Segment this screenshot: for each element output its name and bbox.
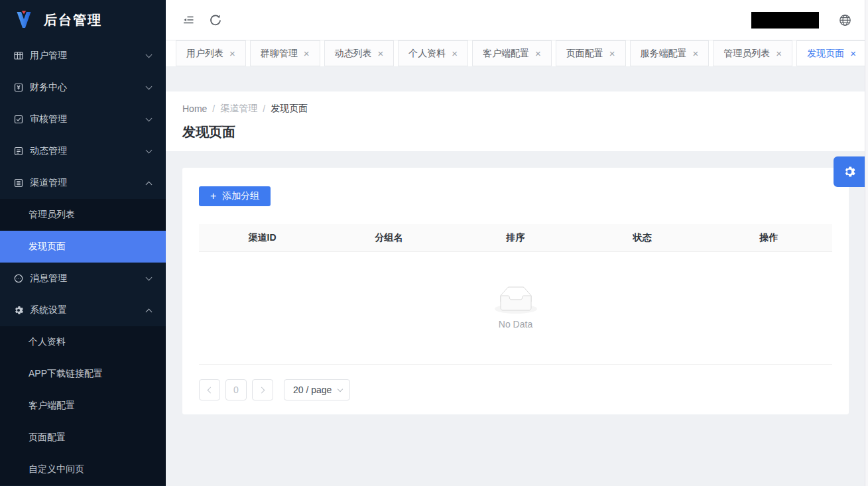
breadcrumb-channel-management[interactable]: 渠道管理 [220, 103, 257, 115]
sidebar-item-client-config[interactable]: 客户端配置 [0, 390, 166, 422]
tab-user-list[interactable]: 用户列表 × [176, 40, 246, 66]
message-bubble-icon [13, 273, 24, 284]
check-square-icon [13, 114, 24, 125]
page-size-value: 20 / page [293, 385, 332, 395]
sidebar-item-label: 消息管理 [30, 273, 67, 284]
sidebar-item-label: 用户管理 [30, 50, 67, 62]
close-icon[interactable]: × [609, 48, 615, 58]
main-area: 用户列表 × 群聊管理 × 动态列表 × 个人资料 × 客户端配置 × 页面配置… [166, 0, 868, 486]
breadcrumb-home[interactable]: Home [182, 103, 207, 114]
chevron-down-icon [146, 115, 153, 121]
refresh-icon[interactable] [208, 13, 223, 27]
page-title: 发现页面 [182, 123, 851, 141]
column-sort: 排序 [452, 232, 579, 244]
close-icon[interactable]: × [693, 48, 699, 58]
gear-icon [13, 305, 24, 316]
content-area: Home / 渠道管理 / 发现页面 发现页面 + 添加分组 渠道ID 分组名 [166, 66, 868, 486]
tab-profile[interactable]: 个人资料 × [398, 40, 468, 66]
tab-label: 服务端配置 [641, 48, 687, 60]
chevron-down-icon [146, 147, 153, 153]
chevron-up-icon [146, 181, 153, 188]
sidebar-item-label: 客户端配置 [29, 400, 75, 412]
sidebar-item-label: 动态管理 [30, 145, 67, 157]
close-icon[interactable]: × [304, 48, 310, 58]
sidebar: 后台管理 用户管理 财务中心 审核管理 [0, 0, 166, 486]
sidebar-item-page-config[interactable]: 页面配置 [0, 422, 166, 454]
page-header: Home / 渠道管理 / 发现页面 发现页面 [166, 91, 868, 151]
breadcrumb-separator: / [263, 103, 265, 114]
empty-box-icon [495, 286, 537, 314]
user-account-redacted[interactable] [751, 12, 819, 29]
topbar [166, 0, 868, 40]
breadcrumb-separator: / [212, 103, 215, 114]
sidebar-item-system-settings[interactable]: 系统设置 [0, 294, 166, 326]
breadcrumb: Home / 渠道管理 / 发现页面 [182, 103, 851, 115]
sidebar-item-label: 页面配置 [29, 432, 66, 444]
sidebar-item-audit-management[interactable]: 审核管理 [0, 103, 166, 135]
chevron-right-icon [259, 387, 265, 393]
close-icon[interactable]: × [776, 48, 782, 58]
tab-label: 个人资料 [408, 48, 446, 60]
settings-submenu: 个人资料 APP下载链接配置 客户端配置 页面配置 自定义中间页 [0, 326, 166, 485]
tab-group-chat[interactable]: 群聊管理 × [250, 40, 320, 66]
tab-label: 管理员列表 [723, 48, 770, 60]
add-group-button[interactable]: + 添加分组 [199, 186, 271, 206]
tab-page-config[interactable]: 页面配置 × [556, 40, 626, 66]
finance-icon [13, 82, 24, 93]
tab-dynamic-list[interactable]: 动态列表 × [324, 40, 395, 66]
tab-label: 动态列表 [335, 48, 372, 60]
chevron-up-icon [146, 308, 153, 315]
sidebar-item-label: 发现页面 [29, 241, 66, 253]
tab-admin-list[interactable]: 管理员列表 × [713, 40, 792, 66]
sidebar-item-finance-center[interactable]: 财务中心 [0, 72, 166, 103]
app-title: 后台管理 [44, 11, 102, 29]
column-actions: 操作 [706, 232, 832, 244]
pagination: 0 20 / page [199, 379, 832, 400]
collapse-sidebar-icon[interactable] [181, 13, 196, 27]
close-icon[interactable]: × [229, 48, 235, 58]
sidebar-item-discover-page[interactable]: 发现页面 [0, 231, 166, 263]
page-size-select[interactable]: 20 / page [284, 379, 350, 400]
close-icon[interactable]: × [535, 48, 541, 58]
sidebar-item-label: 个人资料 [29, 336, 66, 348]
empty-state-text: No Data [499, 319, 532, 330]
channel-list-icon [13, 178, 24, 188]
chevron-down-icon [146, 274, 153, 280]
column-status: 状态 [579, 232, 706, 244]
sidebar-item-channel-management[interactable]: 渠道管理 [0, 167, 166, 199]
sidebar-item-profile[interactable]: 个人资料 [0, 326, 166, 358]
next-page-button[interactable] [252, 379, 273, 400]
admin-screen: 后台管理 用户管理 财务中心 审核管理 [0, 0, 868, 486]
add-group-label: 添加分组 [222, 190, 259, 202]
close-icon[interactable]: × [378, 48, 384, 58]
tab-server-config[interactable]: 服务端配置 × [630, 40, 710, 66]
vertical-scrollbar[interactable] [865, 0, 868, 486]
close-icon[interactable]: × [850, 48, 856, 58]
current-page-button[interactable]: 0 [225, 379, 247, 400]
current-page-number: 0 [233, 385, 239, 395]
sidebar-item-custom-middle-page[interactable]: 自定义中间页 [0, 454, 166, 485]
sidebar-item-label: 系统设置 [30, 304, 67, 316]
sidebar-item-label: 管理员列表 [29, 209, 75, 221]
app-logo-icon [15, 10, 32, 30]
tab-bar: 用户列表 × 群聊管理 × 动态列表 × 个人资料 × 客户端配置 × 页面配置… [166, 40, 868, 66]
sidebar-item-admin-list[interactable]: 管理员列表 [0, 199, 166, 231]
globe-language-icon[interactable] [837, 13, 852, 27]
column-channel-id: 渠道ID [199, 232, 326, 244]
channel-submenu: 管理员列表 发现页面 [0, 199, 166, 263]
breadcrumb-current: 发现页面 [271, 103, 308, 115]
close-icon[interactable]: × [452, 48, 458, 58]
chevron-down-icon [146, 51, 153, 58]
sidebar-item-user-management[interactable]: 用户管理 [0, 40, 166, 72]
chevron-left-icon [208, 387, 214, 393]
tab-client-config[interactable]: 客户端配置 × [472, 40, 552, 66]
sidebar-item-app-download-config[interactable]: APP下载链接配置 [0, 358, 166, 390]
plus-icon: + [210, 191, 216, 202]
sidebar-item-dynamic-management[interactable]: 动态管理 [0, 135, 166, 167]
previous-page-button[interactable] [199, 379, 220, 400]
empty-state: No Data [199, 252, 832, 365]
theme-settings-button[interactable] [834, 156, 865, 187]
tab-discover-page[interactable]: 发现页面 × [796, 40, 867, 66]
sidebar-item-message-management[interactable]: 消息管理 [0, 263, 166, 294]
tab-label: 群聊管理 [261, 48, 298, 60]
